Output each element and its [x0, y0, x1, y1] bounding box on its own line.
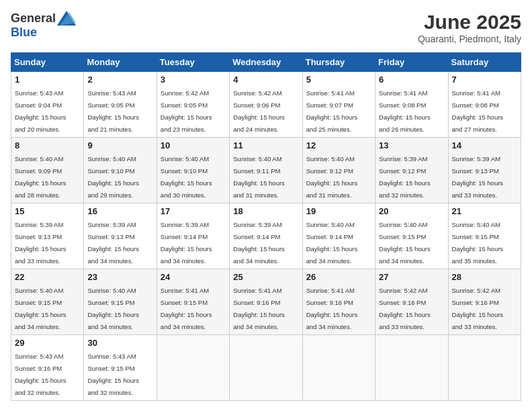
header-saturday: Saturday	[448, 53, 521, 72]
day-info: Sunrise: 5:40 AMSunset: 9:14 PMDaylight:…	[306, 221, 358, 265]
day-info: Sunrise: 5:40 AMSunset: 9:15 PMDaylight:…	[87, 287, 139, 330]
table-row: 3 Sunrise: 5:42 AMSunset: 9:05 PMDayligh…	[157, 72, 229, 138]
day-number: 28	[452, 272, 517, 282]
table-row: 9 Sunrise: 5:40 AMSunset: 9:10 PMDayligh…	[84, 138, 157, 203]
table-row: 2 Sunrise: 5:43 AMSunset: 9:05 PMDayligh…	[84, 72, 157, 138]
table-row	[448, 335, 521, 401]
day-number: 6	[379, 75, 444, 85]
day-info: Sunrise: 5:41 AMSunset: 9:16 PMDaylight:…	[306, 287, 358, 330]
table-row: 30 Sunrise: 5:43 AMSunset: 9:15 PMDaylig…	[84, 335, 157, 401]
day-number: 9	[87, 140, 152, 150]
day-info: Sunrise: 5:40 AMSunset: 9:15 PMDaylight:…	[379, 221, 431, 265]
day-number: 4	[233, 75, 298, 85]
day-info: Sunrise: 5:40 AMSunset: 9:11 PMDaylight:…	[233, 155, 285, 199]
day-number: 29	[15, 338, 80, 348]
table-row: 15 Sunrise: 5:39 AMSunset: 9:13 PMDaylig…	[11, 203, 84, 269]
calendar-week-row: 15 Sunrise: 5:39 AMSunset: 9:13 PMDaylig…	[11, 203, 521, 269]
day-info: Sunrise: 5:39 AMSunset: 9:13 PMDaylight:…	[15, 221, 66, 265]
day-number: 22	[15, 272, 80, 282]
table-row: 5 Sunrise: 5:41 AMSunset: 9:07 PMDayligh…	[302, 72, 375, 138]
day-info: Sunrise: 5:40 AMSunset: 9:09 PMDaylight:…	[15, 155, 66, 199]
calendar-header-row: Sunday Monday Tuesday Wednesday Thursday…	[11, 53, 521, 72]
table-row: 14 Sunrise: 5:39 AMSunset: 9:13 PMDaylig…	[448, 138, 521, 203]
table-row	[230, 335, 302, 401]
day-info: Sunrise: 5:43 AMSunset: 9:05 PMDaylight:…	[87, 89, 139, 133]
table-row: 13 Sunrise: 5:39 AMSunset: 9:12 PMDaylig…	[375, 138, 448, 203]
day-info: Sunrise: 5:41 AMSunset: 9:15 PMDaylight:…	[161, 287, 212, 330]
day-info: Sunrise: 5:41 AMSunset: 9:07 PMDaylight:…	[306, 89, 358, 133]
logo: General Blue	[11, 11, 76, 40]
day-number: 2	[87, 75, 152, 85]
table-row: 1 Sunrise: 5:43 AMSunset: 9:04 PMDayligh…	[11, 72, 84, 138]
day-number: 14	[452, 140, 517, 150]
day-info: Sunrise: 5:40 AMSunset: 9:10 PMDaylight:…	[161, 155, 212, 199]
header-monday: Monday	[84, 53, 157, 72]
day-info: Sunrise: 5:39 AMSunset: 9:13 PMDaylight:…	[452, 155, 504, 199]
day-info: Sunrise: 5:40 AMSunset: 9:10 PMDaylight:…	[87, 155, 139, 199]
day-info: Sunrise: 5:43 AMSunset: 9:15 PMDaylight:…	[87, 353, 139, 396]
table-row: 10 Sunrise: 5:40 AMSunset: 9:10 PMDaylig…	[157, 138, 229, 203]
table-row: 16 Sunrise: 5:39 AMSunset: 9:13 PMDaylig…	[84, 203, 157, 269]
day-number: 30	[87, 338, 152, 348]
table-row: 4 Sunrise: 5:42 AMSunset: 9:06 PMDayligh…	[230, 72, 302, 138]
day-info: Sunrise: 5:41 AMSunset: 9:08 PMDaylight:…	[379, 89, 431, 133]
day-number: 21	[452, 206, 517, 216]
day-number: 24	[161, 272, 226, 282]
title-block: June 2025 Quaranti, Piedmont, Italy	[418, 11, 521, 44]
table-row	[302, 335, 375, 401]
calendar-week-row: 8 Sunrise: 5:40 AMSunset: 9:09 PMDayligh…	[11, 138, 521, 203]
day-number: 13	[379, 140, 444, 150]
calendar-title: June 2025	[418, 11, 521, 34]
page-header: General Blue June 2025 Quaranti, Piedmon…	[11, 11, 521, 44]
day-number: 8	[15, 140, 80, 150]
logo-icon	[57, 11, 76, 26]
header-thursday: Thursday	[302, 53, 375, 72]
day-number: 11	[233, 140, 298, 150]
table-row: 22 Sunrise: 5:40 AMSunset: 9:15 PMDaylig…	[11, 269, 84, 335]
calendar-subtitle: Quaranti, Piedmont, Italy	[418, 34, 521, 44]
table-row	[157, 335, 229, 401]
table-row: 6 Sunrise: 5:41 AMSunset: 9:08 PMDayligh…	[375, 72, 448, 138]
table-row: 28 Sunrise: 5:42 AMSunset: 9:16 PMDaylig…	[448, 269, 521, 335]
calendar-week-row: 22 Sunrise: 5:40 AMSunset: 9:15 PMDaylig…	[11, 269, 521, 335]
day-info: Sunrise: 5:42 AMSunset: 9:06 PMDaylight:…	[233, 89, 285, 133]
day-info: Sunrise: 5:40 AMSunset: 9:15 PMDaylight:…	[15, 287, 66, 330]
table-row: 21 Sunrise: 5:40 AMSunset: 9:15 PMDaylig…	[448, 203, 521, 269]
header-sunday: Sunday	[11, 53, 84, 72]
day-info: Sunrise: 5:42 AMSunset: 9:16 PMDaylight:…	[379, 287, 431, 330]
day-number: 20	[379, 206, 444, 216]
day-info: Sunrise: 5:39 AMSunset: 9:13 PMDaylight:…	[87, 221, 139, 265]
day-number: 3	[161, 75, 226, 85]
day-info: Sunrise: 5:39 AMSunset: 9:14 PMDaylight:…	[161, 221, 212, 265]
table-row: 24 Sunrise: 5:41 AMSunset: 9:15 PMDaylig…	[157, 269, 229, 335]
day-number: 19	[306, 206, 371, 216]
day-info: Sunrise: 5:41 AMSunset: 9:16 PMDaylight:…	[233, 287, 285, 330]
table-row: 27 Sunrise: 5:42 AMSunset: 9:16 PMDaylig…	[375, 269, 448, 335]
day-number: 16	[87, 206, 152, 216]
day-info: Sunrise: 5:40 AMSunset: 9:12 PMDaylight:…	[306, 155, 358, 199]
day-number: 27	[379, 272, 444, 282]
header-friday: Friday	[375, 53, 448, 72]
day-number: 10	[161, 140, 226, 150]
day-number: 17	[161, 206, 226, 216]
table-row: 7 Sunrise: 5:41 AMSunset: 9:08 PMDayligh…	[448, 72, 521, 138]
day-info: Sunrise: 5:40 AMSunset: 9:15 PMDaylight:…	[452, 221, 504, 265]
header-tuesday: Tuesday	[157, 53, 229, 72]
day-number: 15	[15, 206, 80, 216]
day-number: 7	[452, 75, 517, 85]
day-number: 12	[306, 140, 371, 150]
calendar-week-row: 1 Sunrise: 5:43 AMSunset: 9:04 PMDayligh…	[11, 72, 521, 138]
day-number: 1	[15, 75, 80, 85]
day-number: 25	[233, 272, 298, 282]
day-number: 5	[306, 75, 371, 85]
table-row: 20 Sunrise: 5:40 AMSunset: 9:15 PMDaylig…	[375, 203, 448, 269]
day-info: Sunrise: 5:41 AMSunset: 9:08 PMDaylight:…	[452, 89, 504, 133]
day-number: 18	[233, 206, 298, 216]
table-row: 23 Sunrise: 5:40 AMSunset: 9:15 PMDaylig…	[84, 269, 157, 335]
day-info: Sunrise: 5:42 AMSunset: 9:16 PMDaylight:…	[452, 287, 504, 330]
day-number: 26	[306, 272, 371, 282]
calendar-week-row: 29 Sunrise: 5:43 AMSunset: 9:16 PMDaylig…	[11, 335, 521, 401]
table-row: 12 Sunrise: 5:40 AMSunset: 9:12 PMDaylig…	[302, 138, 375, 203]
day-info: Sunrise: 5:42 AMSunset: 9:05 PMDaylight:…	[161, 89, 212, 133]
table-row	[375, 335, 448, 401]
